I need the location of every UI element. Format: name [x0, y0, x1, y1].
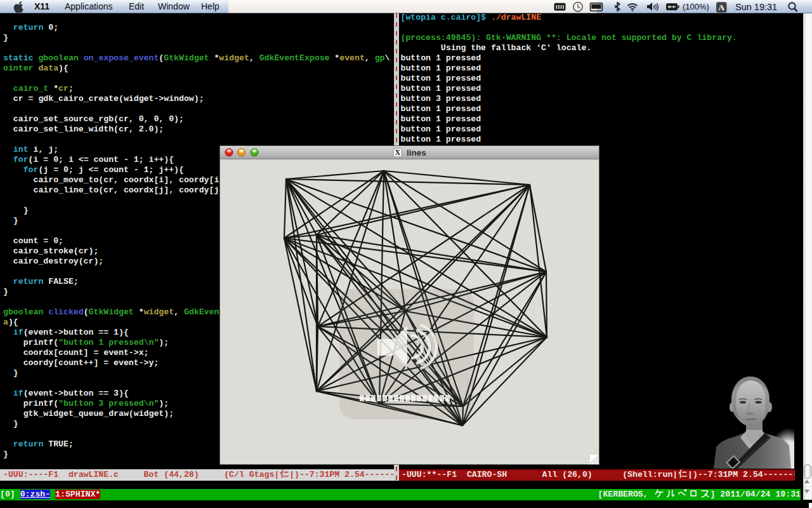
svg-text:lines: lines — [407, 148, 426, 157]
svg-text:X: X — [395, 148, 400, 157]
svg-text:Sun 19:31: Sun 19:31 — [735, 2, 777, 12]
svg-text:(100%): (100%) — [683, 2, 709, 11]
svg-text:A: A — [718, 3, 724, 12]
